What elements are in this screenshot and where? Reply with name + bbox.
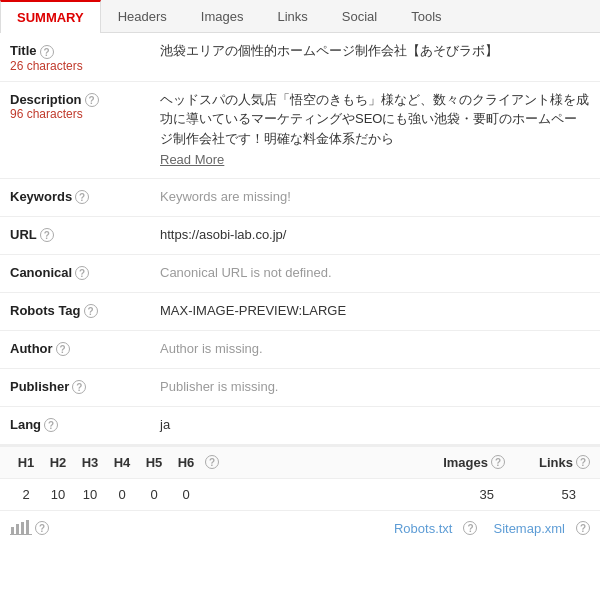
tab-bar: SUMMARYHeadersImagesLinksSocialTools	[0, 0, 600, 33]
row-keywords: Keywords?Keywords are missing!	[0, 179, 600, 217]
stat-val-links: 53	[516, 487, 576, 502]
tab-links[interactable]: Links	[260, 0, 324, 32]
robots-txt-link[interactable]: Robots.txt	[394, 521, 453, 536]
read-more-link[interactable]: Read More	[160, 150, 590, 170]
label-text: Title	[10, 43, 37, 58]
header-label-h2: H2	[42, 455, 74, 470]
tab-headers[interactable]: Headers	[101, 0, 184, 32]
stat-val-images: 35	[424, 487, 494, 502]
char-count: 26 characters	[10, 59, 160, 73]
help-icon[interactable]: ?	[44, 418, 58, 432]
row-lang: Lang?ja	[0, 407, 600, 445]
help-icon-h6[interactable]: ?	[205, 455, 219, 469]
label-publisher: Publisher?	[10, 377, 160, 395]
header-label-h1: H1	[10, 455, 42, 470]
label-text: Keywords	[10, 189, 72, 204]
tab-summary[interactable]: SUMMARY	[0, 0, 101, 33]
sitemap-xml-link[interactable]: Sitemap.xml	[493, 521, 565, 536]
value-url: https://asobi-lab.co.jp/	[160, 225, 590, 245]
label-text: URL	[10, 227, 37, 242]
tab-tools[interactable]: Tools	[394, 0, 458, 32]
header-label-h3: H3	[74, 455, 106, 470]
links-label: Links	[513, 455, 573, 470]
label-text: Robots Tag	[10, 303, 81, 318]
bottom-row: ?Robots.txt?Sitemap.xml?	[0, 511, 600, 546]
help-icon-robots[interactable]: ?	[463, 521, 477, 535]
label-text: Author	[10, 341, 53, 356]
header-label-h6: H6	[170, 455, 202, 470]
label-url: URL?	[10, 225, 160, 243]
tab-images[interactable]: Images	[184, 0, 261, 32]
label-text: Publisher	[10, 379, 69, 394]
char-count: 96 characters	[10, 107, 160, 121]
label-text: Lang	[10, 417, 41, 432]
help-icon[interactable]: ?	[40, 45, 54, 59]
header-label-h4: H4	[106, 455, 138, 470]
svg-rect-2	[21, 522, 24, 534]
images-label: Images	[418, 455, 488, 470]
stat-val-h2: 10	[42, 487, 74, 502]
help-icon-images[interactable]: ?	[491, 455, 505, 469]
label-canonical: Canonical?	[10, 263, 160, 281]
row-publisher: Publisher?Publisher is missing.	[0, 369, 600, 407]
help-icon-chart[interactable]: ?	[35, 521, 49, 535]
value-description: ヘッドスパの人気店「悟空のきもち」様など、数々のクライアント様を成功に導いている…	[160, 90, 590, 170]
svg-rect-1	[16, 524, 19, 534]
label-robots-tag: Robots Tag?	[10, 301, 160, 319]
help-icon[interactable]: ?	[72, 380, 86, 394]
help-icon[interactable]: ?	[75, 190, 89, 204]
row-title: Title?26 characters池袋エリアの個性的ホームページ制作会社【あ…	[0, 33, 600, 82]
content-area: Title?26 characters池袋エリアの個性的ホームページ制作会社【あ…	[0, 33, 600, 546]
help-icon-links[interactable]: ?	[576, 455, 590, 469]
header-label-h5: H5	[138, 455, 170, 470]
stat-val-h6: 0	[170, 487, 202, 502]
svg-rect-0	[11, 527, 14, 534]
value-keywords: Keywords are missing!	[160, 187, 590, 207]
help-icon[interactable]: ?	[75, 266, 89, 280]
chart-icon	[10, 519, 32, 538]
stat-val-h5: 0	[138, 487, 170, 502]
label-lang: Lang?	[10, 415, 160, 433]
help-icon[interactable]: ?	[85, 93, 99, 107]
stat-val-h3: 10	[74, 487, 106, 502]
stats-values-row: 210100003553	[0, 479, 600, 511]
label-keywords: Keywords?	[10, 187, 160, 205]
svg-rect-3	[26, 520, 29, 534]
stat-val-h1: 2	[10, 487, 42, 502]
help-icon[interactable]: ?	[40, 228, 54, 242]
label-title: Title?26 characters	[10, 41, 160, 73]
row-author: Author?Author is missing.	[0, 331, 600, 369]
row-url: URL?https://asobi-lab.co.jp/	[0, 217, 600, 255]
label-description: Description?96 characters	[10, 90, 160, 122]
value-author: Author is missing.	[160, 339, 590, 359]
label-text: Canonical	[10, 265, 72, 280]
bottom-right-links: Robots.txt?Sitemap.xml?	[394, 521, 590, 536]
value-canonical: Canonical URL is not defined.	[160, 263, 590, 283]
help-icon[interactable]: ?	[56, 342, 70, 356]
tab-social[interactable]: Social	[325, 0, 394, 32]
help-icon[interactable]: ?	[84, 304, 98, 318]
help-icon-sitemap[interactable]: ?	[576, 521, 590, 535]
row-description: Description?96 charactersヘッドスパの人気店「悟空のきも…	[0, 82, 600, 179]
row-robots-tag: Robots Tag?MAX-IMAGE-PREVIEW:LARGE	[0, 293, 600, 331]
value-publisher: Publisher is missing.	[160, 377, 590, 397]
label-text: Description	[10, 92, 82, 107]
label-author: Author?	[10, 339, 160, 357]
stats-section: H1H2H3H4H5H6?Images?Links?210100003553 ?…	[0, 445, 600, 546]
stats-header-row: H1H2H3H4H5H6?Images?Links?	[0, 447, 600, 479]
value-title: 池袋エリアの個性的ホームページ制作会社【あそびラボ】	[160, 41, 590, 61]
row-canonical: Canonical?Canonical URL is not defined.	[0, 255, 600, 293]
stat-val-h4: 0	[106, 487, 138, 502]
value-robots-tag: MAX-IMAGE-PREVIEW:LARGE	[160, 301, 590, 321]
value-lang: ja	[160, 415, 590, 435]
